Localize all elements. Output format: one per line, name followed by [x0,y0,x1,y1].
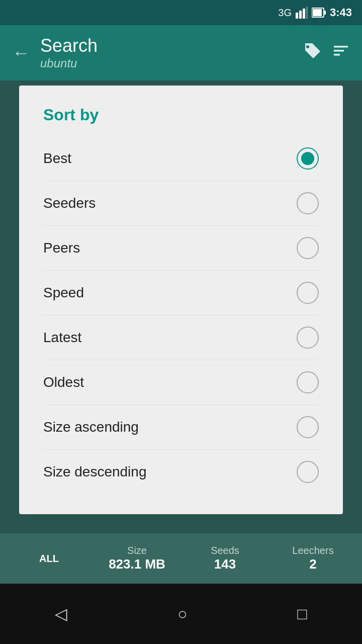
radio-label-best: Best [43,150,71,167]
tab-leechers[interactable]: Leechers 2 [269,545,357,572]
tab-size-label: Size [93,545,181,556]
svg-rect-8 [334,50,344,52]
tab-seeds[interactable]: Seeds 143 [181,545,269,572]
status-bar: 3G 3:43 [0,0,362,25]
sort-dialog: Sort by BestSeedersPeersSpeedLatestOldes… [19,86,343,514]
tab-size-value: 823.1 MB [93,556,181,572]
nav-recent-button[interactable]: □ [297,605,307,623]
radio-option-best[interactable]: Best [43,136,319,181]
svg-rect-2 [303,9,305,19]
radio-label-size-ascending: Size ascending [43,419,139,435]
svg-rect-1 [299,11,302,19]
radio-circle-size-descending [297,461,319,483]
tab-seeds-label: Seeds [181,545,269,556]
status-icons: 3G 3:43 [278,6,352,19]
radio-option-oldest[interactable]: Oldest [43,360,319,405]
radio-label-peers: Peers [43,240,80,256]
bottom-tabs-bar: ALL Size 823.1 MB Seeds 143 Leechers 2 [0,533,362,584]
tab-all-label: ALL [5,553,93,565]
toolbar-subtitle: ubuntu [40,56,304,70]
tab-size[interactable]: Size 823.1 MB [93,545,181,572]
radio-circle-oldest [297,371,319,393]
toolbar-actions [304,42,350,64]
radio-label-size-descending: Size descending [43,464,146,480]
svg-rect-5 [313,9,322,16]
radio-circle-best [297,147,319,170]
svg-rect-3 [306,7,308,19]
radio-circle-latest [297,327,319,349]
signal-icon [296,7,308,19]
battery-icon [312,7,326,19]
nav-home-button[interactable]: ○ [177,605,187,623]
radio-option-size-ascending[interactable]: Size ascending [43,405,319,450]
radio-circle-seeders [297,192,319,214]
nav-bar: ◁ ○ □ [0,584,362,644]
toolbar: ← Search ubuntu [0,25,362,80]
radio-option-latest[interactable]: Latest [43,315,319,360]
radio-label-speed: Speed [43,285,84,301]
radio-circle-speed [297,282,319,304]
tag-icon[interactable] [304,42,322,64]
radio-label-oldest: Oldest [43,374,84,390]
svg-rect-7 [334,46,348,48]
tab-all[interactable]: ALL [5,553,93,565]
time-display: 3:43 [330,6,352,19]
radio-option-speed[interactable]: Speed [43,271,319,315]
dialog-title: Sort by [43,106,319,124]
svg-rect-6 [324,11,326,15]
svg-rect-9 [334,54,340,56]
radio-label-seeders: Seeders [43,195,96,211]
tab-leechers-value: 2 [269,556,357,572]
radio-circle-size-ascending [297,416,319,438]
radio-circle-peers [297,237,319,259]
network-indicator: 3G [278,7,292,19]
radio-option-size-descending[interactable]: Size descending [43,450,319,494]
radio-option-seeders[interactable]: Seeders [43,181,319,226]
radio-options-list: BestSeedersPeersSpeedLatestOldestSize as… [43,136,319,494]
nav-back-button[interactable]: ◁ [55,604,67,623]
radio-label-latest: Latest [43,330,81,346]
toolbar-title: Search [40,35,304,56]
tab-seeds-value: 143 [181,556,269,572]
sort-icon[interactable] [332,42,350,64]
toolbar-title-container: Search ubuntu [40,35,304,70]
svg-rect-0 [296,13,298,19]
back-button[interactable]: ← [12,42,30,63]
tab-leechers-label: Leechers [269,545,357,556]
radio-option-peers[interactable]: Peers [43,226,319,271]
